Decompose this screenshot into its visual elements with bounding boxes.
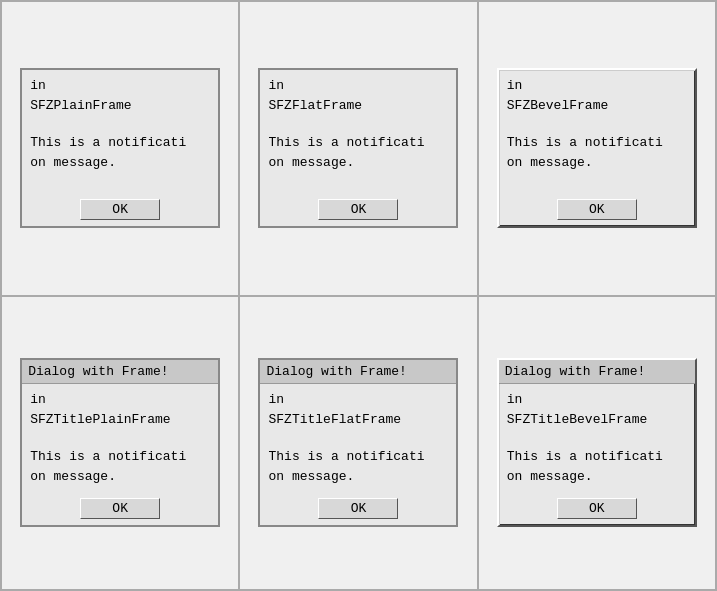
dialog-body-plain: in SFZPlainFrame This is a notificati on… <box>22 70 218 193</box>
footer-title-plain: OK <box>22 492 218 525</box>
frame-label-plain: in <box>30 76 210 96</box>
dialog-bevel: in SFZBevelFrame This is a notificati on… <box>497 68 697 228</box>
dialog-title-header-plain: Dialog with Frame! <box>22 360 218 384</box>
dialog-body-bevel: in SFZBevelFrame This is a notificati on… <box>499 70 695 193</box>
dialog-body-title-flat: in SFZTitleFlatFrame This is a notificat… <box>260 384 456 492</box>
message-plain: This is a notificati on message. <box>30 133 210 172</box>
frame-name-bevel: SFZBevelFrame <box>507 96 687 116</box>
ok-button-title-plain[interactable]: OK <box>80 498 160 519</box>
ok-button-title-flat[interactable]: OK <box>318 498 398 519</box>
dialog-body-flat: in SFZFlatFrame This is a notificati on … <box>260 70 456 193</box>
dialog-flat: in SFZFlatFrame This is a notificati on … <box>258 68 458 228</box>
cell-title-plain: Dialog with Frame! in SFZTitlePlainFrame… <box>1 296 239 591</box>
frame-name-flat: SFZFlatFrame <box>268 96 448 116</box>
footer-title-bevel: OK <box>499 492 695 525</box>
frame-label-flat: in <box>268 76 448 96</box>
message-title-bevel: This is a notificati on message. <box>507 447 687 486</box>
cell-title-flat: Dialog with Frame! in SFZTitleFlatFrame … <box>239 296 477 591</box>
frame-label-title-flat: in <box>268 390 448 410</box>
footer-title-flat: OK <box>260 492 456 525</box>
frame-label-title-plain: in <box>30 390 210 410</box>
dialog-title-bevel: Dialog with Frame! in SFZTitleBevelFrame… <box>497 358 697 527</box>
main-grid: in SFZPlainFrame This is a notificati on… <box>0 0 717 591</box>
dialog-plain: in SFZPlainFrame This is a notificati on… <box>20 68 220 228</box>
cell-bevel: in SFZBevelFrame This is a notificati on… <box>478 1 716 296</box>
ok-button-title-bevel[interactable]: OK <box>557 498 637 519</box>
frame-label-title-bevel: in <box>507 390 687 410</box>
ok-button-flat[interactable]: OK <box>318 199 398 220</box>
dialog-title-plain: Dialog with Frame! in SFZTitlePlainFrame… <box>20 358 220 527</box>
message-title-flat: This is a notificati on message. <box>268 447 448 486</box>
cell-title-bevel: Dialog with Frame! in SFZTitleBevelFrame… <box>478 296 716 591</box>
dialog-title-header-bevel: Dialog with Frame! <box>499 360 695 384</box>
ok-button-plain[interactable]: OK <box>80 199 160 220</box>
frame-name-title-plain: SFZTitlePlainFrame <box>30 410 210 430</box>
dialog-title-flat: Dialog with Frame! in SFZTitleFlatFrame … <box>258 358 458 527</box>
cell-flat: in SFZFlatFrame This is a notificati on … <box>239 1 477 296</box>
dialog-body-title-bevel: in SFZTitleBevelFrame This is a notifica… <box>499 384 695 492</box>
dialog-title-header-flat: Dialog with Frame! <box>260 360 456 384</box>
footer-flat: OK <box>260 193 456 226</box>
message-title-plain: This is a notificati on message. <box>30 447 210 486</box>
frame-name-title-bevel: SFZTitleBevelFrame <box>507 410 687 430</box>
frame-label-bevel: in <box>507 76 687 96</box>
message-bevel: This is a notificati on message. <box>507 133 687 172</box>
dialog-body-title-plain: in SFZTitlePlainFrame This is a notifica… <box>22 384 218 492</box>
frame-name-plain: SFZPlainFrame <box>30 96 210 116</box>
frame-name-title-flat: SFZTitleFlatFrame <box>268 410 448 430</box>
footer-plain: OK <box>22 193 218 226</box>
cell-plain: in SFZPlainFrame This is a notificati on… <box>1 1 239 296</box>
footer-bevel: OK <box>499 193 695 226</box>
ok-button-bevel[interactable]: OK <box>557 199 637 220</box>
message-flat: This is a notificati on message. <box>268 133 448 172</box>
